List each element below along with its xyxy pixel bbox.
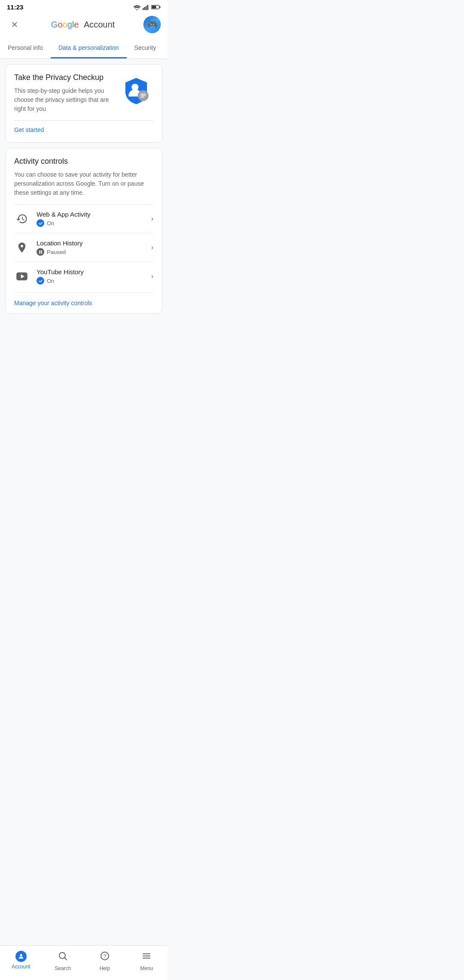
top-bar: Google Account 🎮 xyxy=(0,12,168,38)
svg-rect-3 xyxy=(147,5,148,10)
youtube-history-item[interactable]: YouTube History On › xyxy=(14,262,153,291)
tab-security[interactable]: Security xyxy=(127,38,164,58)
signal-icon xyxy=(143,4,150,10)
web-app-activity-title: Web & App Activity xyxy=(37,211,151,218)
youtube-history-chevron: › xyxy=(151,273,153,280)
svg-rect-9 xyxy=(140,94,146,95)
status-icons xyxy=(133,4,161,10)
location-history-icon xyxy=(14,240,30,255)
web-app-activity-status: On xyxy=(37,219,151,227)
status-time: 11:23 xyxy=(7,3,23,11)
privacy-checkup-card: Take the Privacy Checkup This step-by-st… xyxy=(5,64,162,143)
youtube-history-status: On xyxy=(37,277,151,285)
privacy-text-block: Take the Privacy Checkup This step-by-st… xyxy=(14,73,119,113)
activity-controls-content: Activity controls You can choose to save… xyxy=(6,148,162,313)
web-app-activity-content: Web & App Activity On xyxy=(37,211,151,227)
battery-icon xyxy=(151,4,161,10)
web-app-activity-icon xyxy=(14,211,30,227)
location-history-chevron: › xyxy=(151,244,153,251)
youtube-history-status-text: On xyxy=(47,278,54,284)
svg-rect-1 xyxy=(144,7,145,10)
location-icon xyxy=(16,242,28,254)
app-title: Google Account xyxy=(51,20,115,30)
location-status-icon xyxy=(37,248,44,256)
location-history-status-text: Paused xyxy=(47,249,66,255)
privacy-card-content: Take the Privacy Checkup This step-by-st… xyxy=(14,73,153,113)
web-app-activity-chevron: › xyxy=(151,215,153,223)
privacy-checkup-title: Take the Privacy Checkup xyxy=(14,73,114,82)
privacy-checkup-desc: This step-by-step guide helps you choose… xyxy=(14,86,114,113)
youtube-icon xyxy=(16,271,28,282)
svg-rect-12 xyxy=(39,250,40,253)
activity-controls-desc: You can choose to save your activity for… xyxy=(14,170,153,197)
tab-people[interactable]: People xyxy=(164,38,168,58)
svg-rect-11 xyxy=(140,97,144,98)
get-started-link[interactable]: Get started xyxy=(14,126,44,133)
web-app-activity-item[interactable]: Web & App Activity On › xyxy=(14,204,153,233)
location-history-content: Location History Paused xyxy=(37,239,151,256)
close-button[interactable] xyxy=(7,17,22,32)
svg-rect-10 xyxy=(140,95,146,96)
svg-rect-2 xyxy=(146,6,147,10)
history-icon xyxy=(16,213,28,225)
location-history-item[interactable]: Location History Paused › xyxy=(14,233,153,262)
google-logo: Google xyxy=(51,20,81,29)
svg-rect-13 xyxy=(41,250,42,253)
avatar-image: 🎮 xyxy=(143,16,161,33)
tab-personal-info[interactable]: Personal info xyxy=(0,38,51,58)
activity-controls-title: Activity controls xyxy=(14,157,153,166)
status-bar: 11:23 xyxy=(0,0,168,12)
main-content: Take the Privacy Checkup This step-by-st… xyxy=(0,59,168,358)
wifi-icon xyxy=(133,4,141,10)
svg-rect-0 xyxy=(143,8,143,10)
account-title-text: Account xyxy=(84,20,115,29)
activity-controls-card: Activity controls You can choose to save… xyxy=(5,148,162,314)
youtube-history-content: YouTube History On xyxy=(37,268,151,285)
location-history-title: Location History xyxy=(37,239,151,247)
web-app-status-icon xyxy=(37,219,44,227)
tab-bar: Personal info Data & personalization Sec… xyxy=(0,38,168,59)
privacy-shield-icon xyxy=(119,73,153,107)
youtube-status-icon xyxy=(37,277,44,285)
bottom-spacer xyxy=(5,319,162,353)
youtube-history-icon xyxy=(14,269,30,284)
privacy-divider xyxy=(14,120,153,121)
svg-rect-6 xyxy=(152,6,156,9)
web-app-activity-status-text: On xyxy=(47,220,54,227)
svg-rect-5 xyxy=(159,6,161,8)
youtube-history-title: YouTube History xyxy=(37,268,151,276)
location-history-status: Paused xyxy=(37,248,151,256)
privacy-shield-svg xyxy=(121,75,152,106)
tab-data-personalization[interactable]: Data & personalization xyxy=(51,38,127,58)
manage-activity-link[interactable]: Manage your activity controls xyxy=(14,292,153,313)
user-avatar[interactable]: 🎮 xyxy=(143,16,161,33)
